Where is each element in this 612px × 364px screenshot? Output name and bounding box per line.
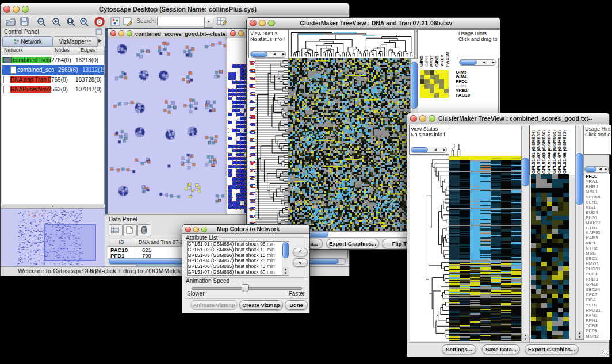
help-lifesaver-icon[interactable] [94, 17, 105, 27]
gene-label[interactable]: YSH1 [586, 303, 610, 308]
gene-label[interactable]: GIM3 [456, 84, 481, 89]
gene-label[interactable]: CPA2 [586, 293, 610, 298]
zoom-in-icon[interactable] [51, 17, 62, 27]
tv2-save-data-button[interactable]: Save Data... [482, 344, 520, 354]
matrix-cell[interactable] [444, 84, 449, 89]
gene-label[interactable]: PUF3 [586, 272, 610, 277]
window-controls[interactable] [1, 6, 32, 13]
search-dropdown-arrow[interactable]: ▼ [204, 17, 213, 28]
scrollbar-thumb[interactable] [411, 62, 418, 109]
gene-label[interactable]: MSL1 [586, 190, 610, 195]
matrix-cell[interactable] [424, 70, 429, 75]
matrix-cell[interactable] [430, 93, 434, 98]
list-item[interactable]: GPL51-01 (GSM854) heat shock 05 min [188, 242, 289, 247]
gene-label[interactable]: VIP1 [586, 241, 610, 246]
delete-attribute-button[interactable] [137, 224, 151, 236]
network-canvas[interactable] [108, 38, 226, 213]
float-panel-icon[interactable] [95, 28, 102, 35]
dialog-window-controls[interactable] [182, 227, 210, 232]
network-row[interactable]: combined_sco2569(6)13112(15) [2, 65, 104, 75]
close-icon[interactable] [110, 30, 116, 36]
gene-label[interactable]: RPN1 [586, 319, 610, 324]
gene-label[interactable]: YRA1 [586, 179, 610, 185]
move-up-button[interactable]: ^ [293, 248, 308, 256]
attribute-list-scrollbar[interactable]: ▲▼ [282, 241, 289, 276]
birdseye-view-canvas[interactable] [1, 208, 105, 267]
gene-label[interactable]: SEC24 [586, 288, 610, 293]
tab-vizmapper[interactable]: VizMapper™ [53, 36, 98, 47]
attribute-list[interactable]: GPL51-01 (GSM854) heat shock 05 minGPL51… [187, 241, 289, 276]
minimize-icon[interactable] [13, 6, 20, 13]
search-input[interactable] [157, 17, 205, 26]
matrix-cell[interactable] [444, 93, 449, 98]
minimize-icon[interactable] [259, 20, 266, 26]
gene-label[interactable]: RNR4 [586, 185, 610, 190]
matrix-cell[interactable] [444, 79, 449, 84]
matrix-cell[interactable] [434, 79, 439, 84]
minimize-icon[interactable] [419, 115, 426, 122]
matrix-cell[interactable] [439, 93, 443, 98]
gene-label[interactable]: GIM4 [456, 75, 481, 79]
gene-label[interactable]: BUD4 [586, 210, 610, 216]
zoom-fit-icon[interactable] [79, 17, 90, 27]
move-down-button[interactable]: v [293, 258, 308, 267]
scroll-left-icon[interactable]: ◀ [273, 52, 277, 57]
zoom-icon[interactable] [201, 227, 207, 232]
tab-network[interactable]: Network [2, 36, 53, 47]
treeview1-titlebar[interactable]: ClusterMaker TreeView : DNA and Tran 07-… [247, 18, 500, 29]
zoom-icon[interactable] [22, 6, 29, 13]
minimize-icon[interactable] [118, 30, 124, 36]
close-icon[interactable] [3, 6, 10, 13]
view-status-scrollbar[interactable]: ◀ ▶ [411, 147, 447, 153]
matrix-cell[interactable] [430, 75, 434, 79]
matrix-cell[interactable] [420, 93, 424, 98]
network-row[interactable]: combined_scores2764(0)16218(0) [2, 55, 104, 65]
matrix-cell[interactable] [439, 75, 443, 79]
dialog-titlebar[interactable]: Map Colors to Network [182, 225, 309, 234]
tv1-export-graphics-button[interactable]: Export Graphics... [326, 239, 379, 248]
scrollbar-thumb[interactable] [282, 242, 289, 258]
matrix-cell[interactable] [420, 79, 424, 84]
matrix-cell[interactable] [434, 70, 439, 75]
matrix-cell[interactable] [420, 75, 424, 79]
minimize-icon[interactable] [238, 30, 244, 36]
col-nodes[interactable]: Nodes [53, 47, 79, 55]
matrix-cell[interactable] [430, 89, 434, 93]
scroll-right-icon[interactable]: ▶ [442, 147, 446, 152]
gene-label[interactable]: HMG1 [586, 262, 610, 267]
scrollbar-thumb[interactable] [522, 158, 529, 186]
resize-grip[interactable] [602, 349, 609, 356]
matrix-cell[interactable] [439, 79, 443, 84]
gene-label[interactable]: PFD1 [456, 79, 481, 84]
matrix-cell[interactable] [424, 75, 429, 79]
list-item[interactable]: GPL51-02 (GSM855) heat shock 10 min [188, 247, 289, 253]
zoom-selected-icon[interactable] [66, 17, 76, 27]
scroll-left-icon[interactable]: ◀ [434, 147, 438, 152]
animation-speed-slider-thumb[interactable] [242, 284, 249, 292]
gene-label[interactable]: GPI16 [586, 282, 610, 288]
matrix-cell[interactable] [424, 79, 429, 84]
tv2-export-graphics-button[interactable]: Export Graphics... [525, 344, 579, 354]
tv1-gene-list[interactable]: GIM5GIM4PFD1GIM3YKE2PAC10 [456, 70, 481, 98]
tv1-row-dendrogram-canvas[interactable] [255, 58, 288, 231]
list-item[interactable]: GPL51-03 (GSM856) heat shock 15 min [188, 253, 289, 259]
matrix-cell[interactable] [420, 70, 424, 75]
matrix-cell[interactable] [434, 75, 439, 79]
tv2-zoom-vscrollbar[interactable]: ▲▼ [575, 125, 584, 340]
network-row[interactable]: RNAPuberNov2+563(0)107847(0) [2, 85, 104, 94]
gene-label[interactable]: PAC10 [456, 93, 481, 98]
scrollbar-thumb[interactable] [411, 147, 428, 152]
animate-vizmap-button[interactable]: Animate Vizmap [190, 300, 238, 310]
tv2-heatmap-canvas[interactable] [449, 156, 521, 341]
scrollbar-thumb[interactable] [460, 60, 477, 65]
matrix-cell[interactable] [444, 75, 449, 79]
matrix-cell[interactable] [424, 89, 429, 93]
tv1-zoom-matrix[interactable] [420, 70, 449, 98]
col-edges[interactable]: Edges [79, 47, 104, 55]
network-row[interactable]: DNA and Tran 07769(0)183728(0) [2, 75, 104, 85]
matrix-cell[interactable] [424, 84, 429, 89]
gene-label[interactable]: YKE2 [456, 89, 481, 93]
matrix-cell[interactable] [430, 79, 434, 84]
tab-overflow-arrow[interactable]: ▶ [98, 38, 102, 43]
close-icon[interactable] [230, 30, 236, 36]
